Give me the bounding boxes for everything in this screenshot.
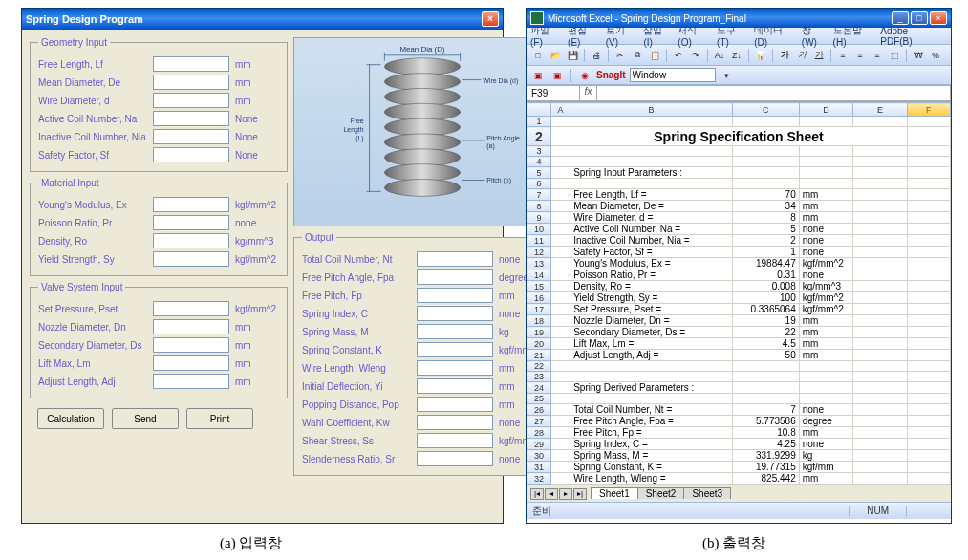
cell[interactable]	[550, 201, 570, 212]
row-header[interactable]: 8	[527, 201, 551, 212]
cell[interactable]: kg/mm^3	[799, 281, 853, 292]
worksheet-grid[interactable]: ABCDEF12Spring Specification Sheet345Spr…	[527, 102, 951, 485]
snagit-icon[interactable]: ◉	[577, 68, 592, 83]
cell[interactable]	[907, 361, 950, 372]
row-header[interactable]: 25	[527, 394, 551, 404]
cell[interactable]: none	[799, 439, 853, 450]
cell[interactable]: Nozzle Diameter, Dn =	[570, 315, 732, 327]
sheet-tab[interactable]: Sheet1	[591, 487, 638, 499]
cell[interactable]	[907, 315, 950, 327]
maximize-icon[interactable]: □	[911, 11, 928, 25]
row-header[interactable]: 2	[527, 127, 551, 146]
row-header[interactable]: 32	[527, 473, 551, 485]
cell[interactable]	[732, 394, 799, 404]
cell[interactable]: Wire Length, Wleng =	[570, 473, 732, 485]
cell[interactable]	[570, 157, 732, 167]
cell[interactable]: Spring Specification Sheet	[570, 127, 908, 146]
cell[interactable]	[907, 281, 950, 292]
cell[interactable]	[550, 167, 570, 179]
cell[interactable]: mm	[799, 350, 853, 361]
cell[interactable]: 19	[732, 315, 799, 327]
cell[interactable]: Mean Diameter, De =	[570, 201, 732, 212]
valve-field-input[interactable]	[153, 374, 229, 389]
valve-field-input[interactable]	[153, 337, 229, 353]
cell[interactable]	[550, 269, 570, 281]
cell[interactable]: kgf/mm	[799, 462, 853, 473]
cell[interactable]: 5.773586	[732, 416, 799, 427]
cell[interactable]	[907, 127, 950, 146]
cell[interactable]	[853, 247, 907, 258]
cell[interactable]: 100	[732, 292, 799, 304]
cell[interactable]	[907, 450, 950, 462]
minimize-icon[interactable]: _	[892, 11, 909, 25]
cell[interactable]: Spring Constant, K =	[570, 462, 732, 473]
cell[interactable]	[550, 394, 570, 404]
italic-icon[interactable]: 가	[794, 48, 809, 63]
cell[interactable]	[907, 235, 950, 247]
cell[interactable]	[570, 394, 732, 404]
row-header[interactable]: 3	[527, 146, 551, 157]
print-button[interactable]: Print	[186, 408, 253, 429]
tab-nav-last-icon[interactable]: ▸|	[573, 488, 587, 500]
valve-field-input[interactable]	[153, 355, 229, 371]
cell[interactable]	[550, 292, 570, 304]
cell[interactable]	[732, 372, 799, 382]
cell[interactable]: mm	[799, 201, 853, 212]
cell[interactable]	[907, 473, 950, 485]
row-header[interactable]: 5	[527, 167, 551, 179]
cell[interactable]	[907, 146, 950, 157]
cell[interactable]	[732, 361, 799, 372]
cell[interactable]: Adjust Length, Adj =	[570, 350, 732, 361]
geometry-field-input[interactable]	[153, 56, 229, 72]
menu-item[interactable]: 파일(F)	[530, 24, 560, 48]
cell[interactable]	[853, 167, 907, 179]
cell[interactable]	[853, 201, 907, 212]
row-header[interactable]: 10	[527, 224, 551, 235]
cell[interactable]	[853, 394, 907, 404]
geometry-field-input[interactable]	[153, 111, 229, 126]
output-field-input[interactable]	[417, 378, 493, 394]
cell[interactable]	[550, 439, 570, 450]
cell[interactable]: 825.442	[732, 473, 799, 485]
cell[interactable]	[853, 281, 907, 292]
cell[interactable]: Total Coil Number, Nt =	[570, 404, 732, 416]
cell[interactable]: mm	[799, 485, 853, 485]
cell[interactable]	[853, 315, 907, 327]
cell[interactable]	[550, 427, 570, 439]
menu-item[interactable]: 창(W)	[802, 24, 826, 48]
cell[interactable]	[853, 224, 907, 235]
row-header[interactable]: 17	[527, 304, 551, 315]
output-field-input[interactable]	[417, 342, 493, 357]
cell[interactable]: kg	[799, 450, 853, 462]
cell[interactable]	[799, 117, 853, 127]
cell[interactable]	[853, 304, 907, 315]
cell[interactable]: Free Pitch, Fp =	[570, 427, 732, 439]
cell[interactable]	[853, 404, 907, 416]
cell[interactable]: Density, Ro =	[570, 281, 732, 292]
chart-icon[interactable]: 📊	[753, 48, 768, 63]
cell[interactable]: none	[799, 404, 853, 416]
cell[interactable]	[550, 361, 570, 372]
cell[interactable]: Poisson Ratio, Pr =	[570, 269, 732, 281]
cell[interactable]	[853, 439, 907, 450]
menu-item[interactable]: 삽입(I)	[643, 24, 670, 48]
name-box[interactable]	[527, 85, 580, 101]
cell[interactable]	[853, 350, 907, 361]
cell[interactable]: kgf/mm^2	[799, 292, 853, 304]
cell[interactable]	[907, 167, 950, 179]
cell[interactable]	[907, 117, 950, 127]
material-field-input[interactable]	[153, 215, 229, 230]
cell[interactable]	[853, 450, 907, 462]
row-header[interactable]: 31	[527, 462, 551, 473]
row-header[interactable]: 24	[527, 382, 551, 394]
cell[interactable]	[907, 439, 950, 450]
cell[interactable]	[550, 473, 570, 485]
cell[interactable]	[907, 462, 950, 473]
cell[interactable]	[853, 269, 907, 281]
cell[interactable]	[550, 224, 570, 235]
cell[interactable]: 34	[732, 201, 799, 212]
cell[interactable]: 4.825191	[732, 485, 799, 485]
cell[interactable]: Spring Derived Parameters :	[570, 382, 732, 394]
row-header[interactable]: 19	[527, 327, 551, 338]
row-header[interactable]: 29	[527, 439, 551, 450]
